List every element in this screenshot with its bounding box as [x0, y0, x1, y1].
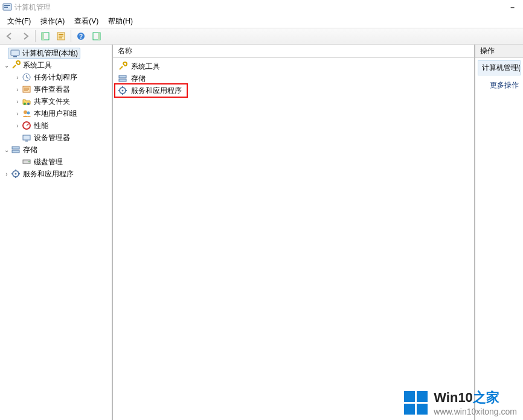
menu-action[interactable]: 操作(A)	[36, 15, 69, 28]
tree-panel: ▸ 计算机管理(本地) ⌄	[0, 45, 112, 420]
main-area: ▸ 计算机管理(本地) ⌄	[0, 45, 523, 420]
show-hide-tree-button[interactable]	[38, 29, 53, 43]
tools-icon	[11, 60, 21, 70]
services-icon	[118, 86, 127, 95]
svg-point-33	[122, 90, 124, 92]
watermark: Win10之家 www.win10xitong.com	[404, 389, 517, 416]
tree-services-apps[interactable]: › 服务和应用程序	[0, 168, 112, 180]
tree-disk-management[interactable]: › 磁盘管理	[0, 156, 112, 168]
tree-task-scheduler[interactable]: › 任务计划程序	[0, 71, 112, 83]
list-item-label: 服务和应用程序	[131, 86, 182, 96]
tree-label: 存储	[23, 145, 37, 155]
tree-shared-folders[interactable]: › 共享文件夹	[0, 95, 112, 107]
tree-label: 性能	[34, 121, 48, 131]
help-button[interactable]: ?	[74, 29, 88, 43]
tree-device-manager[interactable]: › 设备管理器	[0, 132, 112, 144]
tree-local-users[interactable]: › 本地用户和组	[0, 107, 112, 119]
expand-icon[interactable]: ›	[13, 86, 22, 93]
services-icon	[11, 169, 21, 179]
svg-rect-6	[59, 34, 63, 35]
watermark-url: www.win10xitong.com	[434, 407, 517, 416]
storage-icon	[11, 145, 21, 154]
actions-group-title: 计算机管理(本地)	[478, 60, 521, 75]
show-hide-action-pane-button[interactable]	[89, 29, 104, 43]
svg-rect-25	[12, 150, 19, 153]
performance-icon	[22, 121, 31, 130]
minimize-indicator: –	[510, 3, 521, 11]
tree-performance[interactable]: › 性能	[0, 119, 112, 132]
expand-icon[interactable]: ›	[13, 98, 22, 105]
shared-folder-icon	[22, 97, 31, 106]
svg-rect-12	[98, 33, 100, 40]
actions-more-link[interactable]: 更多操作	[475, 78, 523, 93]
svg-rect-31	[119, 79, 126, 81]
menu-help[interactable]: 帮助(H)	[103, 15, 138, 28]
svg-rect-24	[12, 147, 19, 149]
users-icon	[22, 109, 31, 118]
tree-label: 事件查看器	[34, 84, 70, 95]
menu-file[interactable]: 文件(F)	[2, 15, 36, 28]
list-item-label: 系统工具	[131, 62, 160, 72]
expand-icon[interactable]: ›	[13, 122, 22, 129]
svg-rect-2	[4, 7, 8, 8]
nav-back-button	[2, 29, 17, 43]
clock-icon	[22, 72, 31, 82]
list-item-system-tools[interactable]: 系统工具	[117, 60, 470, 72]
expand-icon[interactable]: ›	[13, 74, 22, 81]
svg-point-17	[24, 103, 26, 105]
windows-logo-icon	[404, 391, 428, 415]
svg-rect-14	[13, 56, 17, 57]
svg-point-19	[24, 110, 27, 114]
tree-label: 磁盘管理	[34, 157, 63, 167]
svg-rect-13	[11, 50, 19, 56]
tree-root-node[interactable]: ▸ 计算机管理(本地)	[0, 47, 112, 59]
svg-rect-22	[23, 135, 30, 140]
nav-forward-button	[18, 29, 33, 43]
menu-view[interactable]: 查看(V)	[69, 15, 103, 28]
svg-point-18	[27, 103, 30, 105]
tree-label: 服务和应用程序	[23, 169, 74, 179]
properties-button[interactable]	[54, 29, 68, 43]
toolbar-separator	[71, 30, 71, 42]
tree-label: 设备管理器	[34, 133, 70, 143]
svg-rect-8	[59, 37, 62, 39]
svg-point-20	[27, 112, 30, 115]
list-item-services-apps[interactable]: 服务和应用程序	[117, 84, 470, 97]
watermark-brand-1: Win10	[434, 390, 473, 405]
svg-rect-4	[42, 33, 44, 40]
app-icon	[2, 2, 12, 12]
list-panel: 名称 系统工具 存储 服务和应用程序	[112, 45, 475, 420]
tree-label: 共享文件夹	[34, 97, 70, 107]
list-item-label: 存储	[131, 74, 146, 84]
svg-rect-23	[25, 141, 28, 142]
menu-bar: 文件(F) 操作(A) 查看(V) 帮助(H)	[0, 14, 523, 28]
tree-label: 系统工具	[23, 60, 52, 71]
expand-icon[interactable]: ›	[13, 110, 22, 117]
actions-header: 操作	[475, 45, 523, 58]
title-bar: 计算机管理 –	[0, 0, 523, 14]
actions-panel: 操作 计算机管理(本地) 更多操作	[475, 45, 523, 420]
storage-icon	[118, 74, 127, 83]
device-manager-icon	[22, 133, 31, 142]
computer-mgmt-icon	[10, 48, 20, 58]
list-item-storage[interactable]: 存储	[117, 72, 470, 84]
tree-label: 本地用户和组	[34, 109, 77, 119]
tree-event-viewer[interactable]: › 事件查看器	[0, 83, 112, 95]
expand-icon[interactable]: ⌄	[2, 62, 11, 69]
svg-rect-30	[119, 75, 126, 78]
column-header-name[interactable]: 名称	[113, 45, 474, 58]
svg-text:?: ?	[79, 33, 83, 40]
svg-rect-1	[4, 5, 10, 6]
expand-icon[interactable]: ⌄	[2, 147, 11, 153]
window-title: 计算机管理	[14, 2, 51, 13]
expand-icon[interactable]: ›	[2, 171, 11, 177]
svg-point-27	[28, 161, 30, 162]
tree-storage[interactable]: ⌄ 存储	[0, 144, 112, 156]
tree-label: 计算机管理(本地)	[22, 48, 78, 59]
svg-rect-7	[59, 36, 63, 37]
watermark-brand-2: 之家	[473, 390, 499, 405]
tools-icon	[118, 62, 127, 71]
list-body: 系统工具 存储 服务和应用程序	[113, 58, 474, 420]
toolbar-separator	[35, 30, 36, 42]
tree-system-tools[interactable]: ⌄ 系统工具	[0, 59, 112, 71]
